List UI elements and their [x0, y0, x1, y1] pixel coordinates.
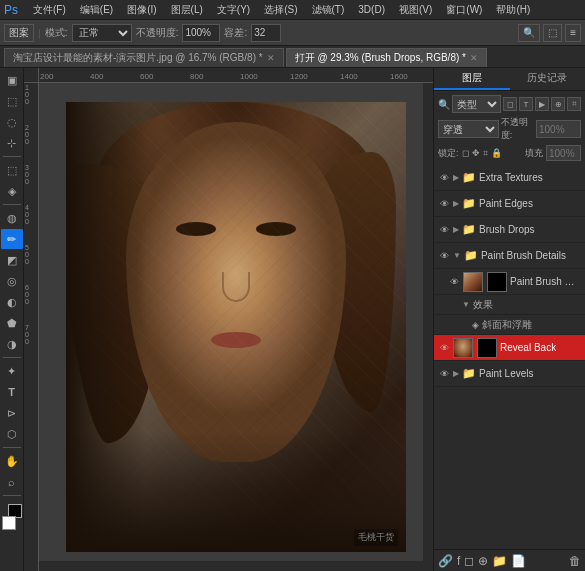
add-group-btn[interactable]: 📁	[492, 554, 507, 568]
layer-eye-brush-drops[interactable]: 👁	[438, 224, 450, 236]
path-select-btn[interactable]: ⊳	[1, 403, 23, 423]
effects-arrow[interactable]: ▼	[462, 300, 470, 309]
layer-eye-pl[interactable]: 👁	[438, 368, 450, 380]
tool-options-shape[interactable]: 图案	[4, 24, 34, 42]
layer-paint-edges[interactable]: 👁 ▶ 📁 Paint Edges	[434, 191, 585, 217]
shape-btn[interactable]: ⬡	[1, 424, 23, 444]
eyedropper-btn[interactable]: ◈	[1, 181, 23, 201]
menu-file[interactable]: 文件(F)	[30, 3, 69, 17]
delete-layer-btn[interactable]: 🗑	[569, 554, 581, 568]
eraser-btn[interactable]: ◐	[1, 292, 23, 312]
add-link-btn[interactable]: 🔗	[438, 554, 453, 568]
vtick-500: 500	[24, 243, 38, 283]
layer-paint-brush-details-group[interactable]: 👁 ▼ 📁 Paint Brush Details	[434, 243, 585, 269]
marquee-tool-btn[interactable]: ⬚	[1, 91, 23, 111]
layer-arrow-pl[interactable]: ▶	[453, 369, 459, 378]
canvas-scroll-h[interactable]	[39, 561, 433, 571]
layer-arrow-extra-textures[interactable]: ▶	[453, 173, 459, 182]
quick-select-btn[interactable]: ⊹	[1, 133, 23, 153]
canvas-scroll-v[interactable]	[423, 83, 433, 561]
options-bar: 图案 | 模式: 正常 不透明度: 容差: 🔍 ⬚ ≡	[0, 20, 585, 46]
menu-3d[interactable]: 3D(D)	[355, 4, 388, 15]
layer-extra-textures[interactable]: 👁 ▶ 📁 Extra Textures	[434, 165, 585, 191]
filter-shape-btn[interactable]: ▶	[535, 97, 549, 111]
menu-image[interactable]: 图像(I)	[124, 3, 159, 17]
menu-bar: Ps 文件(F) 编辑(E) 图像(I) 图层(L) 文字(Y) 选择(S) 滤…	[0, 0, 585, 20]
pen-btn[interactable]: ✦	[1, 361, 23, 381]
menu-type[interactable]: 文字(Y)	[214, 3, 253, 17]
lock-pixels-btn[interactable]: ◻	[462, 148, 469, 158]
history-brush-btn[interactable]: ◎	[1, 271, 23, 291]
layer-eye-reveal[interactable]: 👁	[438, 342, 450, 354]
layer-eye-extra-textures[interactable]: 👁	[438, 172, 450, 184]
dodge-btn[interactable]: ◑	[1, 334, 23, 354]
effects-row[interactable]: ▼ 效果	[434, 295, 585, 315]
tab-1-close[interactable]: ✕	[470, 53, 478, 63]
layer-arrow-brush-drops[interactable]: ▶	[453, 225, 459, 234]
layer-brush-drops[interactable]: 👁 ▶ 📁 Brush Drops	[434, 217, 585, 243]
add-layer-btn[interactable]: 📄	[511, 554, 526, 568]
layer-eye-paint-edges[interactable]: 👁	[438, 198, 450, 210]
search-btn[interactable]: 🔍	[518, 24, 540, 42]
menu-edit[interactable]: 编辑(E)	[77, 3, 116, 17]
mask-thumb-pbd	[487, 272, 507, 292]
lock-artboard-btn[interactable]: ⌗	[483, 148, 488, 159]
ruler-ticks: 200 400 600 800 1000 1200 1400 1600 1800…	[39, 68, 433, 82]
vtick-400: 400	[24, 203, 38, 243]
bg-color-swatch[interactable]	[2, 516, 16, 530]
shadow-left	[66, 102, 146, 552]
lock-row: 锁定: ◻ ✥ ⌗ 🔒 填充	[438, 145, 581, 161]
clone-btn[interactable]: ◩	[1, 250, 23, 270]
heal-btn[interactable]: ◍	[1, 208, 23, 228]
opacity-panel-input[interactable]	[536, 120, 581, 138]
brush-btn[interactable]: ✏	[1, 229, 23, 249]
layer-arrow-paint-edges[interactable]: ▶	[453, 199, 459, 208]
add-adjustment-btn[interactable]: ⊕	[478, 554, 488, 568]
hand-btn[interactable]: ✋	[1, 451, 23, 471]
menu-filter[interactable]: 滤镜(T)	[309, 3, 348, 17]
capacity-input[interactable]	[251, 24, 281, 42]
blend-mode-select[interactable]: 正常	[72, 24, 132, 42]
layer-name-paint-edges: Paint Edges	[479, 198, 581, 209]
tab-1[interactable]: 打开 @ 29.3% (Brush Drops, RGB/8) * ✕	[286, 48, 487, 67]
layer-eye-pbd[interactable]: 👁	[448, 276, 460, 288]
filter-color-btn[interactable]: ⌗	[567, 97, 581, 111]
fill-input[interactable]	[546, 145, 581, 161]
lasso-tool-btn[interactable]: ◌	[1, 112, 23, 132]
blend-mode-layers[interactable]: 穿透	[438, 120, 499, 138]
layer-eye-pbdg[interactable]: 👁	[438, 250, 450, 262]
type-btn[interactable]: T	[1, 382, 23, 402]
menu-view[interactable]: 视图(V)	[396, 3, 435, 17]
add-mask-btn[interactable]: ◻	[464, 554, 474, 568]
tab-0[interactable]: 淘宝店设计最能的素材-演示图片.jpg @ 16.7% (RGB/8) * ✕	[4, 48, 284, 67]
panel-tabs: 图层 历史记录	[434, 68, 585, 91]
tab-0-close[interactable]: ✕	[267, 53, 275, 63]
layers-controls: 🔍 类型 ◻ T ▶ ⊕ ⌗ 穿透 不透明度:	[434, 91, 585, 165]
layer-reveal-back[interactable]: 👁 Reveal Back	[434, 335, 585, 361]
lock-position-btn[interactable]: ✥	[472, 148, 480, 158]
gradient-btn[interactable]: ⬟	[1, 313, 23, 333]
tab-layers[interactable]: 图层	[434, 68, 510, 90]
zoom-btn[interactable]: ⌕	[1, 472, 23, 492]
move-tool-btn[interactable]: ▣	[1, 70, 23, 90]
menu-select[interactable]: 选择(S)	[261, 3, 300, 17]
lock-all-btn[interactable]: 🔒	[491, 148, 502, 158]
filter-type-select[interactable]: 类型	[452, 95, 501, 113]
bevel-effect-row[interactable]: ◈ 斜面和浮雕	[434, 315, 585, 335]
mode-label: 模式:	[45, 26, 68, 40]
opacity-input[interactable]	[182, 24, 220, 42]
layer-arrow-pbdg[interactable]: ▼	[453, 251, 461, 260]
arrange-btn[interactable]: ⬚	[543, 24, 562, 42]
tab-history[interactable]: 历史记录	[510, 68, 586, 90]
layer-paint-levels[interactable]: 👁 ▶ 📁 Paint Levels	[434, 361, 585, 387]
menu-help[interactable]: 帮助(H)	[493, 3, 533, 17]
workspace-btn[interactable]: ≡	[565, 24, 581, 42]
crop-tool-btn[interactable]: ⬚	[1, 160, 23, 180]
filter-pixel-btn[interactable]: ◻	[503, 97, 517, 111]
filter-smart-btn[interactable]: ⊕	[551, 97, 565, 111]
menu-layer[interactable]: 图层(L)	[168, 3, 206, 17]
add-fx-btn[interactable]: f	[457, 554, 460, 568]
layer-paint-brush-details-layer[interactable]: 👁 Paint Brush Details	[434, 269, 585, 295]
filter-type-btn[interactable]: T	[519, 97, 533, 111]
menu-window[interactable]: 窗口(W)	[443, 3, 485, 17]
